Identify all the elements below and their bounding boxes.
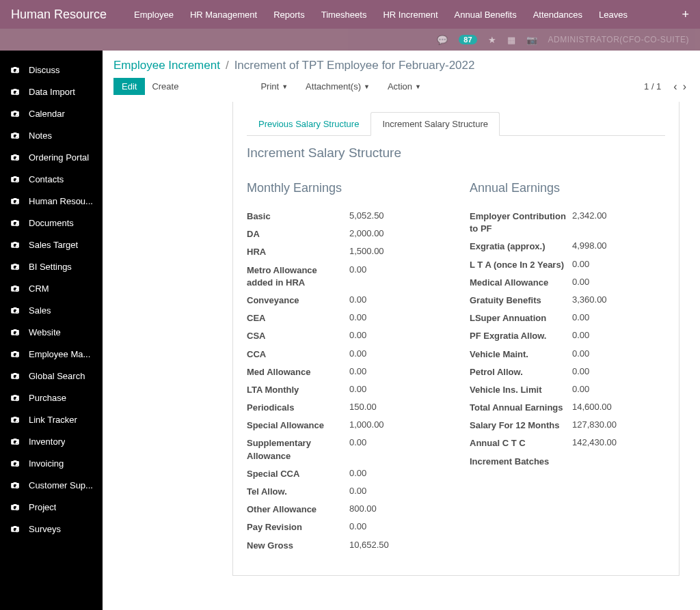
menu-hr-increment[interactable]: HR Increment (383, 10, 438, 20)
field-row: Pay Revision0.00 (247, 518, 442, 536)
app-icon: + (8, 305, 22, 316)
field-label: L T A (once In 2 Years) (470, 259, 572, 271)
tabs: Previous Salary Structure Increment Sala… (247, 111, 665, 136)
svg-text:+: + (16, 508, 18, 510)
breadcrumb-link[interactable]: Employee Increment (113, 59, 220, 72)
prev-page-button[interactable]: ‹ (671, 81, 679, 93)
next-page-button[interactable]: › (680, 81, 689, 93)
sidebar-item-label: Data Import (29, 87, 75, 97)
sidebar-item[interactable]: +Global Search (0, 365, 103, 387)
add-menu-icon[interactable]: + (682, 8, 689, 22)
app-icon: + (8, 523, 22, 534)
admin-label[interactable]: ADMINISTRATOR(CFO-CO-SUITE) (548, 35, 689, 44)
sidebar-item[interactable]: +Employee Ma... (0, 343, 103, 365)
breadcrumb-current: Increment of TPT Employee for February-2… (234, 59, 475, 72)
app-icon: + (8, 195, 22, 206)
menu-reports[interactable]: Reports (273, 10, 305, 20)
field-value: 1,000.00 (349, 419, 384, 430)
sidebar-item-label: Sales (29, 305, 51, 316)
sidebar-item[interactable]: +Calendar (0, 102, 103, 124)
sidebar-item[interactable]: +Purchase (0, 387, 103, 408)
sidebar-item[interactable]: +Contacts (0, 168, 103, 190)
sidebar-item[interactable]: +Surveys (0, 518, 103, 540)
menu-annual-benefits[interactable]: Annual Benefits (455, 10, 517, 20)
svg-text:+: + (16, 355, 18, 357)
field-label: CCA (247, 348, 349, 361)
menu-hr-management[interactable]: HR Management (190, 10, 257, 20)
field-value: 0.00 (349, 312, 366, 322)
sidebar-item[interactable]: +Project (0, 496, 103, 518)
app-icon: + (8, 108, 22, 119)
tab-increment-salary[interactable]: Increment Salary Structure (371, 112, 500, 136)
menu-attendances[interactable]: Attendances (533, 10, 582, 20)
tab-previous-salary[interactable]: Previous Salary Structure (247, 112, 371, 136)
field-row: CCA0.00 (247, 346, 442, 363)
svg-text:+: + (16, 486, 18, 488)
sidebar-item[interactable]: +Inventory (0, 430, 103, 452)
print-dropdown[interactable]: Print▼ (260, 81, 288, 92)
field-label: Salary For 12 Months (470, 419, 572, 432)
field-label: Vehicle Maint. (470, 348, 572, 361)
sidebar-item[interactable]: +Discuss (0, 59, 103, 81)
svg-text:+: + (16, 333, 18, 335)
breadcrumb: Employee Increment / Increment of TPT Em… (103, 51, 700, 78)
field-value: 4,998.00 (572, 240, 607, 251)
edit-button[interactable]: Edit (113, 78, 145, 95)
field-row: Salary For 12 Months127,830.00 (470, 417, 665, 434)
svg-text:+: + (16, 464, 18, 467)
field-row: Petrol Allow.0.00 (470, 363, 665, 381)
svg-text:+: + (16, 245, 18, 248)
field-label: Special CCA (247, 468, 349, 480)
sidebar-item[interactable]: +Data Import (0, 81, 103, 102)
menu-employee[interactable]: Employee (134, 10, 174, 20)
create-button[interactable]: Create (152, 81, 178, 92)
sidebar-item[interactable]: +Sales (0, 299, 103, 321)
sidebar-item[interactable]: +Customer Sup... (0, 474, 103, 496)
attach-label: Attachment(s) (306, 81, 361, 92)
field-value: 1,500.00 (349, 246, 384, 256)
field-value: 0.00 (572, 312, 589, 322)
field-value: 0.00 (349, 486, 366, 496)
menu-leaves[interactable]: Leaves (599, 10, 628, 20)
field-row: Special CCA0.00 (247, 465, 442, 483)
menu-timesheets[interactable]: Timesheets (321, 10, 367, 20)
form-card: Previous Salary Structure Increment Sala… (232, 102, 679, 576)
sidebar-item[interactable]: +Sales Target (0, 234, 103, 255)
svg-text:+: + (16, 223, 18, 226)
app-icon: + (8, 217, 22, 228)
sidebar-item[interactable]: +Website (0, 321, 103, 343)
field-value: 0.00 (349, 294, 366, 305)
chat-icon[interactable]: 💬 (437, 35, 448, 45)
topbar: Human Resource Employee HR Management Re… (0, 0, 700, 29)
svg-text:+: + (16, 311, 18, 314)
field-label: LTA Monthly (247, 384, 349, 396)
attachments-dropdown[interactable]: Attachment(s)▼ (306, 81, 370, 92)
field-value: 2,342.00 (572, 210, 607, 221)
notification-badge[interactable]: 87 (459, 35, 476, 44)
field-value: 0.00 (349, 348, 366, 359)
sidebar-item-label: Customer Sup... (29, 480, 93, 490)
sidebar-item[interactable]: +Ordering Portal (0, 146, 103, 168)
camera-icon[interactable]: 📷 (526, 35, 537, 45)
svg-text:+: + (16, 202, 18, 204)
sidebar-item[interactable]: +Documents (0, 212, 103, 234)
sidebar-item[interactable]: +CRM (0, 277, 103, 299)
sidebar-item-label: Sales Target (29, 240, 78, 250)
action-dropdown[interactable]: Action▼ (388, 81, 421, 92)
sidebar-item[interactable]: +Invoicing (0, 452, 103, 474)
field-label: DA (247, 228, 349, 240)
sidebar-item[interactable]: +BI Settings (0, 255, 103, 277)
sidebar-item[interactable]: +Notes (0, 124, 103, 146)
main-content: Employee Increment / Increment of TPT Em… (103, 51, 700, 610)
sidebar-item[interactable]: +Link Tracker (0, 408, 103, 430)
field-row: Total Annual Earnings14,600.00 (470, 399, 665, 417)
field-value: 0.00 (349, 366, 366, 376)
monthly-earnings-col: Monthly Earnings Basic5,052.50DA2,000.00… (247, 181, 442, 555)
sidebar-item[interactable]: +Human Resou... (0, 190, 103, 212)
sidebar-item-label: Surveys (29, 524, 61, 534)
field-value: 142,430.00 (572, 437, 617, 447)
field-row: Gratuity Benefits3,360.00 (470, 292, 665, 309)
svg-text:+: + (16, 70, 18, 73)
star-icon[interactable]: ★ (488, 35, 496, 45)
grid-icon[interactable]: ▦ (507, 35, 515, 45)
